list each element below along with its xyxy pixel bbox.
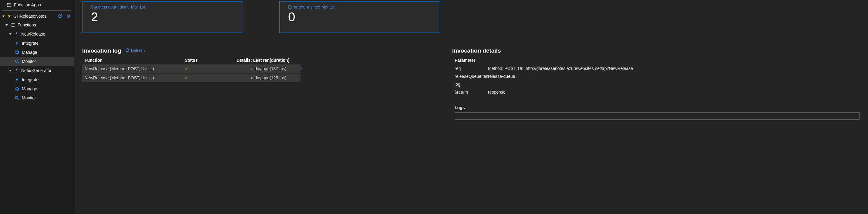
lightning-icon <box>7 14 11 19</box>
function-name: NotesGenerator <box>21 68 52 73</box>
sidebar-item-integrate[interactable]: Integrate <box>0 75 74 84</box>
col-function: Function <box>85 58 185 63</box>
stats-row: Success count since Mar 1st 2 Error coun… <box>82 1 440 33</box>
gear-icon <box>14 86 20 91</box>
param-row: $return response <box>452 88 862 96</box>
refresh-icon[interactable] <box>57 14 62 19</box>
stat-label: Error count since Mar 1st <box>288 5 432 9</box>
status-ok-icon: ✔ <box>185 66 218 71</box>
bolt-icon <box>14 77 20 82</box>
param-row: log <box>452 80 862 88</box>
function-row[interactable]: f NotesGenerator <box>0 66 74 75</box>
chevron-right-icon <box>294 66 303 71</box>
sidebar-item-integrate[interactable]: Integrate <box>0 38 74 48</box>
sidebar-item-label: Monitor <box>22 96 36 100</box>
functions-group[interactable]: Functions <box>0 20 74 29</box>
invocation-row[interactable]: NewRelease (Method: POST, Uri: ...) ✔ a … <box>82 64 301 73</box>
stat-label: Success count since Mar 1st <box>91 5 235 9</box>
invocation-row[interactable]: NewRelease (Method: POST, Uri: ...) ✔ a … <box>82 74 301 82</box>
bolt-icon <box>14 41 20 46</box>
function-name: NewRelease <box>21 32 45 36</box>
main-panel: Success count since Mar 1st 2 Error coun… <box>74 0 868 214</box>
function-icon: f <box>14 32 19 36</box>
app-row[interactable]: GHReleaseNotes <box>0 12 74 20</box>
sidebar-item-label: Integrate <box>22 41 38 46</box>
cell-duration: (125 ms) <box>270 75 294 80</box>
function-row[interactable]: f NewRelease <box>0 29 74 38</box>
logs-box[interactable] <box>455 112 860 120</box>
status-ok-icon: ✔ <box>185 75 218 80</box>
cell-lastran: a day ago <box>218 66 270 71</box>
caret-down-icon <box>2 16 5 17</box>
refresh-label: Refresh <box>131 48 145 53</box>
param-value: release-queue <box>488 74 860 79</box>
sidebar-item-manage[interactable]: Manage <box>0 84 74 93</box>
sidebar-item-label: Integrate <box>22 77 38 82</box>
svg-point-10 <box>11 26 11 27</box>
gear-icon <box>14 50 20 55</box>
param-name: req <box>455 66 488 71</box>
stat-value: 0 <box>288 10 432 24</box>
logs-header: Logs <box>452 103 862 112</box>
search-icon <box>14 59 20 64</box>
cell-duration: (137 ms) <box>270 66 294 71</box>
param-name: $return <box>455 90 488 95</box>
col-duration: (duration) <box>270 58 294 63</box>
caret-down-icon <box>9 70 11 72</box>
sidebar-item-label: Manage <box>22 86 37 91</box>
param-value: Method: POST, Uri: http://ghreleasenotes… <box>488 66 860 71</box>
param-value <box>488 82 860 87</box>
search-icon <box>14 96 20 100</box>
svg-point-14 <box>16 96 18 99</box>
caret-down-icon <box>9 33 11 35</box>
sidebar-item-label: Manage <box>22 50 37 55</box>
refresh-icon <box>125 48 130 52</box>
stat-value: 2 <box>91 10 235 24</box>
sidebar-item-monitor[interactable]: Monitor <box>0 57 74 66</box>
param-row: releaseQueueItem release-queue <box>452 72 862 80</box>
svg-line-15 <box>18 99 19 100</box>
cell-lastran: a day ago <box>218 75 270 80</box>
list-icon <box>10 23 15 27</box>
caret-down-icon <box>5 24 8 26</box>
cell-function: NewRelease (Method: POST, Uri: ...) <box>85 75 185 80</box>
sidebar-item-label: Monitor <box>22 59 36 64</box>
invocation-log-head: Invocation log Refresh <box>82 47 440 54</box>
param-name: log <box>455 82 488 87</box>
function-icon: f <box>14 68 19 73</box>
invocation-log-title: Invocation log <box>82 47 121 54</box>
chevrons-right-icon[interactable] <box>66 14 71 19</box>
list-icon <box>7 2 11 7</box>
svg-point-2 <box>7 5 8 5</box>
param-row: req Method: POST, Uri: http://ghreleasen… <box>452 64 862 72</box>
cell-function: NewRelease (Method: POST, Uri: ...) <box>85 66 185 71</box>
sidebar: Function Apps GHReleaseNotes <box>0 0 74 214</box>
sidebar-header[interactable]: Function Apps <box>2 0 71 11</box>
param-value: response <box>488 90 860 95</box>
error-count-card[interactable]: Error count since Mar 1st 0 <box>279 1 440 33</box>
invocation-details-title: Invocation details <box>452 47 862 54</box>
svg-point-6 <box>11 23 11 24</box>
col-details: Details: Last ran <box>218 58 270 63</box>
functions-label: Functions <box>18 23 36 27</box>
svg-point-0 <box>7 3 8 4</box>
sidebar-item-monitor[interactable]: Monitor <box>0 93 74 102</box>
app-name: GHReleaseNotes <box>13 14 56 19</box>
refresh-button[interactable]: Refresh <box>125 48 145 53</box>
svg-point-12 <box>16 60 18 62</box>
param-header: Parameter <box>452 56 862 64</box>
invocation-table-header: Function Status Details: Last ran (durat… <box>82 56 301 64</box>
col-status: Status <box>185 58 218 63</box>
success-count-card[interactable]: Success count since Mar 1st 2 <box>82 1 243 33</box>
svg-point-8 <box>11 25 11 25</box>
sidebar-item-manage[interactable]: Manage <box>0 48 74 57</box>
param-name: releaseQueueItem <box>455 74 488 79</box>
invocation-table: Function Status Details: Last ran (durat… <box>82 56 301 82</box>
svg-point-4 <box>7 6 8 7</box>
sidebar-header-label: Function Apps <box>14 2 41 7</box>
svg-line-13 <box>18 62 19 63</box>
